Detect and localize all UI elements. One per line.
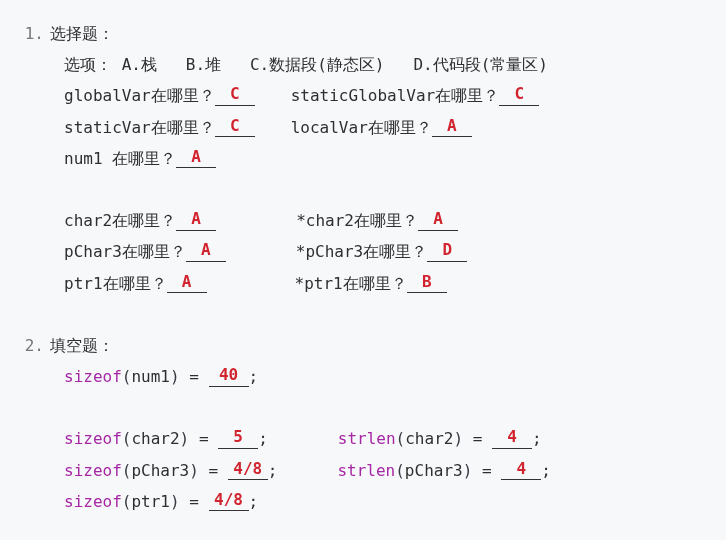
q2-line-5: sizeof(ptr1) = 4/8;: [24, 486, 702, 517]
q2-l4-rans: 4: [516, 459, 526, 478]
q2-l5-lans: 4/8: [214, 490, 243, 509]
q1b-r1-right-ans: A: [433, 209, 443, 228]
blank-row-3: [24, 392, 702, 423]
q1b-r1-left-ans: A: [191, 209, 201, 228]
fn-strlen: strlen: [337, 461, 395, 480]
q2-title: 填空题：: [50, 336, 114, 355]
fn-sizeof: sizeof: [64, 492, 122, 511]
q2-l4-larg: pChar3: [131, 461, 189, 480]
q1b-r2-left-label: pChar3在哪里？: [64, 242, 186, 261]
blank-row-2: [24, 299, 702, 330]
q1-r1-left-label: globalVar在哪里？: [64, 86, 215, 105]
q2-line-1: sizeof(num1) = 40;: [24, 361, 702, 392]
q2-header: 2.填空题：: [24, 330, 702, 361]
q2-l4-lans: 4/8: [233, 459, 262, 478]
q2-l3-lans: 5: [233, 427, 243, 446]
q1b-r3-right-ans: B: [422, 272, 432, 291]
q1-r1-right-ans: C: [514, 84, 524, 103]
q1-title: 选择题：: [50, 24, 114, 43]
q1b-r1-left-label: char2在哪里？: [64, 211, 176, 230]
q2-l3-rarg: char2: [405, 429, 453, 448]
fn-sizeof: sizeof: [64, 461, 122, 480]
q1b-r2-right-ans: D: [442, 240, 452, 259]
q1-row-1: globalVar在哪里？CstaticGlobalVar在哪里？C: [24, 80, 702, 111]
q1b-row-1: char2在哪里？A*char2在哪里？A: [24, 205, 702, 236]
q1b-r2-right-label: *pChar3在哪里？: [296, 242, 427, 261]
q2-l5-larg: ptr1: [131, 492, 170, 511]
q1b-r1-right-label: *char2在哪里？: [296, 211, 418, 230]
q2-l3-larg: char2: [131, 429, 179, 448]
q1-header: 1.选择题：: [24, 18, 702, 49]
q1-row-2: staticVar在哪里？ClocalVar在哪里？A: [24, 112, 702, 143]
q1-r2-right-label: localVar在哪里？: [291, 118, 432, 137]
q1-r1-left-ans: C: [230, 84, 240, 103]
q1-r3-left-ans: A: [191, 147, 201, 166]
q1-row-3: num1 在哪里？A: [24, 143, 702, 174]
q1-r2-right-ans: A: [447, 116, 457, 135]
q1-r3-left-label: num1 在哪里？: [64, 149, 176, 168]
q2-number: 2.: [24, 330, 44, 361]
q1-r2-left-label: staticVar在哪里？: [64, 118, 215, 137]
q1-number: 1.: [24, 18, 44, 49]
fn-strlen: strlen: [338, 429, 396, 448]
worksheet: 1.选择题： 选项： A.栈 B.堆 C.数据段(静态区) D.代码段(常量区)…: [0, 0, 726, 535]
q1-r1-right-label: staticGlobalVar在哪里？: [291, 86, 500, 105]
q2-line-4: sizeof(pChar3) = 4/8;strlen(pChar3) = 4;: [24, 455, 702, 486]
q1b-row-3: ptr1在哪里？A*ptr1在哪里？B: [24, 268, 702, 299]
q1b-r3-left-ans: A: [182, 272, 192, 291]
q1b-r3-right-label: *ptr1在哪里？: [295, 274, 407, 293]
q1b-r2-left-ans: A: [201, 240, 211, 259]
q1-r2-left-ans: C: [230, 116, 240, 135]
q1b-row-2: pChar3在哪里？A*pChar3在哪里？D: [24, 236, 702, 267]
q2-l1-ans: 40: [219, 365, 238, 384]
q1-options-text: 选项： A.栈 B.堆 C.数据段(静态区) D.代码段(常量区): [64, 55, 548, 74]
q2-line-3: sizeof(char2) = 5;strlen(char2) = 4;: [24, 423, 702, 454]
q2-l3-rans: 4: [507, 427, 517, 446]
fn-sizeof: sizeof: [64, 367, 122, 386]
q2-l1-arg: num1: [131, 367, 170, 386]
q1-options: 选项： A.栈 B.堆 C.数据段(静态区) D.代码段(常量区): [24, 49, 702, 80]
fn-sizeof: sizeof: [64, 429, 122, 448]
q2-l4-rarg: pChar3: [405, 461, 463, 480]
q1b-r3-left-label: ptr1在哪里？: [64, 274, 167, 293]
blank-row-1: [24, 174, 702, 205]
